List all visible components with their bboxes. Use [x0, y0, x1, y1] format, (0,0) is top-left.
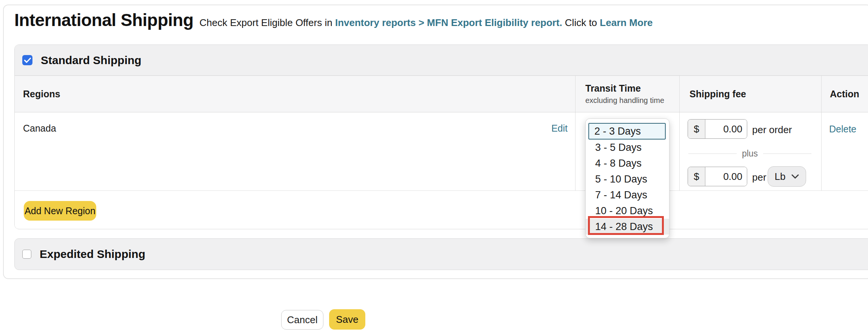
- per-order-fee-group: $: [688, 119, 747, 139]
- weight-unit-select[interactable]: Lb: [768, 166, 806, 187]
- transit-time-selected-option[interactable]: 2 - 3 Days: [588, 123, 666, 140]
- transit-option[interactable]: 10 - 20 Days: [586, 203, 669, 219]
- per-order-fee-input[interactable]: [705, 120, 747, 138]
- table-header-row: Regions Transit Time excluding handling …: [15, 76, 868, 112]
- column-header-transit-time: Transit Time excluding handling time: [575, 76, 679, 112]
- per-order-label: per order: [752, 124, 792, 136]
- transit-option[interactable]: 7 - 14 Days: [586, 187, 669, 203]
- transit-option-highlighted[interactable]: 14 - 28 Days: [586, 219, 669, 235]
- transit-option[interactable]: 5 - 10 Days: [586, 171, 669, 187]
- save-button[interactable]: Save: [329, 309, 365, 330]
- expedited-shipping-checkbox[interactable]: [22, 250, 31, 259]
- action-header-label: Action: [830, 89, 868, 100]
- per-label: per: [752, 172, 766, 183]
- regions-header-label: Regions: [23, 89, 575, 100]
- regions-cell: Canada Edit: [15, 112, 575, 190]
- per-weight-fee-input[interactable]: [705, 167, 747, 186]
- currency-prefix: $: [688, 167, 705, 186]
- shipping-fee-header-label: Shipping fee: [689, 89, 821, 100]
- chevron-down-icon: [791, 174, 799, 179]
- expedited-shipping-panel: Expedited Shipping: [14, 238, 868, 270]
- add-region-row: Add New Region: [15, 191, 868, 229]
- delete-region-link[interactable]: Delete: [829, 124, 856, 134]
- transit-time-header-subtitle: excluding handling time: [585, 96, 679, 105]
- divider-line: [688, 153, 737, 154]
- check-icon: [24, 58, 31, 63]
- column-header-shipping-fee: Shipping fee: [679, 76, 821, 112]
- add-new-region-button[interactable]: Add New Region: [24, 201, 96, 221]
- transit-option[interactable]: 3 - 5 Days: [586, 140, 669, 155]
- region-name: Canada: [23, 123, 56, 134]
- shipping-fee-cell: $ per order plus $ per Lb: [679, 112, 821, 190]
- transit-option[interactable]: 4 - 8 Days: [586, 155, 669, 171]
- cancel-button[interactable]: Cancel: [281, 310, 323, 330]
- table-row: Canada Edit $ per order plus $: [15, 112, 868, 191]
- action-cell: Delete: [821, 112, 868, 190]
- standard-shipping-checkbox[interactable]: [22, 55, 32, 65]
- divider-line: [763, 153, 811, 154]
- subtitle-text: Check Export Eligible Offers in: [200, 17, 332, 28]
- shipping-settings-page: International Shipping Check Export Elig…: [0, 0, 868, 336]
- transit-time-option-list: 3 - 5 Days 4 - 8 Days 5 - 10 Days 7 - 14…: [586, 140, 669, 235]
- page-header: International Shipping Check Export Elig…: [14, 10, 653, 30]
- column-header-regions: Regions: [15, 76, 575, 112]
- standard-shipping-panel: Standard Shipping Regions Transit Time e…: [14, 44, 868, 229]
- weight-unit-value: Lb: [775, 171, 786, 183]
- expedited-shipping-label: Expedited Shipping: [40, 248, 145, 261]
- per-weight-fee-group: $: [688, 167, 747, 186]
- learn-more-link[interactable]: Learn More: [600, 17, 653, 28]
- inventory-reports-link[interactable]: Inventory reports > MFN Export Eligibili…: [335, 17, 562, 28]
- plus-label: plus: [737, 149, 763, 159]
- page-subtitle: Check Export Eligible Offers in Inventor…: [200, 17, 653, 29]
- currency-prefix: $: [688, 120, 705, 138]
- plus-divider: plus: [688, 149, 811, 159]
- transit-time-header-label: Transit Time: [585, 83, 679, 94]
- transit-time-dropdown: 2 - 3 Days 3 - 5 Days 4 - 8 Days 5 - 10 …: [585, 118, 669, 238]
- subtitle-mid-text: Click to: [565, 17, 597, 28]
- page-title: International Shipping: [14, 10, 194, 30]
- column-header-action: Action: [821, 76, 868, 112]
- standard-shipping-label: Standard Shipping: [41, 54, 142, 67]
- standard-shipping-header: Standard Shipping: [15, 45, 868, 76]
- edit-region-link[interactable]: Edit: [551, 123, 568, 134]
